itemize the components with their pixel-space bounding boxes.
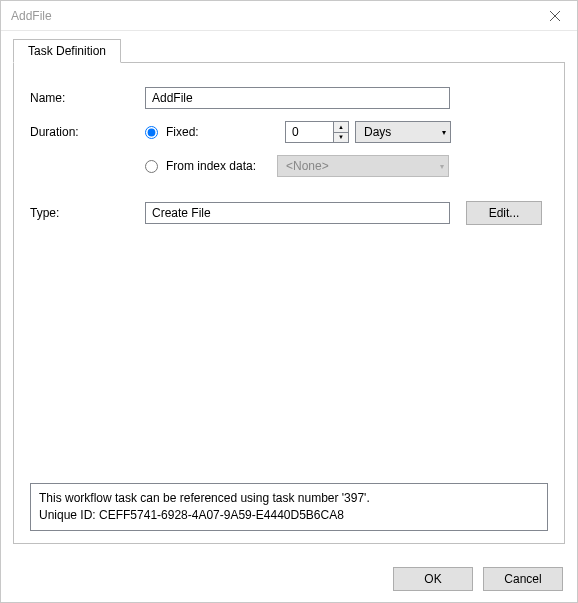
duration-label: Duration: — [30, 125, 145, 139]
dialog-body: Task Definition Name: Duration: Fixed: ▲… — [1, 31, 577, 556]
ok-button[interactable]: OK — [393, 567, 473, 591]
close-icon — [550, 11, 560, 21]
window-title: AddFile — [11, 9, 52, 23]
radio-fixed[interactable] — [145, 126, 158, 139]
radio-from-index[interactable] — [145, 160, 158, 173]
close-button[interactable] — [533, 2, 577, 30]
row-duration-fixed: Duration: Fixed: ▲ ▼ Days ▾ — [30, 121, 548, 143]
duration-number-input[interactable] — [285, 121, 333, 143]
row-type: Type: Edit... — [30, 201, 548, 225]
cancel-button[interactable]: Cancel — [483, 567, 563, 591]
type-input[interactable] — [145, 202, 450, 224]
name-input[interactable] — [145, 87, 450, 109]
info-line-2: Unique ID: CEFF5741-6928-4A07-9A59-E4440… — [39, 507, 539, 524]
radio-from-index-label: From index data: — [166, 159, 256, 173]
tab-panel: Name: Duration: Fixed: ▲ ▼ Days — [13, 62, 565, 544]
tab-task-definition[interactable]: Task Definition — [13, 39, 121, 63]
edit-button[interactable]: Edit... — [466, 201, 542, 225]
name-label: Name: — [30, 91, 145, 105]
radio-fixed-label: Fixed: — [166, 125, 199, 139]
type-label: Type: — [30, 206, 145, 220]
info-line-1: This workflow task can be referenced usi… — [39, 490, 539, 507]
dialog: AddFile Task Definition Name: Duration: … — [0, 0, 578, 603]
row-name: Name: — [30, 87, 548, 109]
spinner-down[interactable]: ▼ — [334, 133, 348, 143]
info-box: This workflow task can be referenced usi… — [30, 483, 548, 531]
spinner-up[interactable]: ▲ — [334, 122, 348, 133]
chevron-down-icon: ▾ — [442, 128, 446, 137]
chevron-down-icon: ▾ — [440, 162, 444, 171]
tab-strip: Task Definition — [13, 39, 565, 62]
radio-fixed-wrap[interactable]: Fixed: — [145, 125, 285, 139]
index-data-value: <None> — [286, 159, 440, 173]
titlebar: AddFile — [1, 1, 577, 31]
dialog-footer: OK Cancel — [1, 556, 577, 602]
row-duration-index: From index data: <None> ▾ — [30, 155, 548, 177]
duration-spinner: ▲ ▼ — [333, 121, 349, 143]
duration-number-wrap: ▲ ▼ — [285, 121, 349, 143]
index-data-select: <None> ▾ — [277, 155, 449, 177]
duration-units-value: Days — [364, 125, 442, 139]
duration-units-select[interactable]: Days ▾ — [355, 121, 451, 143]
radio-from-index-wrap[interactable]: From index data: — [145, 159, 277, 173]
